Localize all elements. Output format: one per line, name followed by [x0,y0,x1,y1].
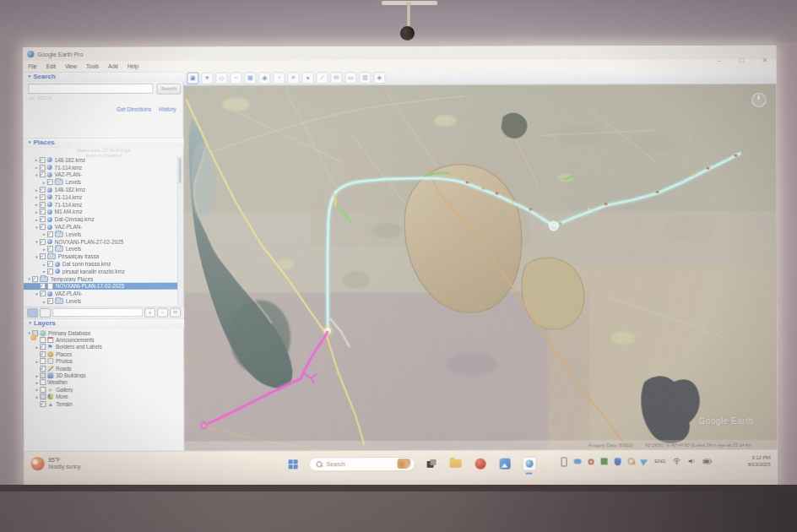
search-panel-header[interactable]: ▼Search [23,72,183,82]
language-indicator[interactable]: ENG [655,459,666,464]
browser-button[interactable] [472,455,489,472]
taskbar-search[interactable]: Search [309,456,415,470]
menu-tools[interactable]: Tools [86,63,99,69]
checkbox[interactable] [40,290,46,296]
checkbox[interactable] [47,247,53,252]
expand-arrow-icon[interactable]: ▸ [41,180,47,185]
compass-icon[interactable] [751,93,766,107]
expand-arrow-icon[interactable]: ▸ [34,217,40,222]
save-image-icon[interactable]: ▥ [359,72,371,84]
layers-panel-header[interactable]: ▼Layers [24,318,184,328]
task-view-button[interactable] [423,455,440,472]
checkbox[interactable] [40,387,46,393]
checkbox[interactable] [47,231,53,237]
email-icon[interactable]: ✉ [330,72,342,84]
checkbox[interactable] [40,345,46,350]
expand-arrow-icon[interactable]: ▾ [34,254,40,259]
expand-arrow-icon[interactable]: ▾ [26,276,32,281]
checkbox[interactable] [40,172,46,178]
places-item[interactable]: ▸Levels [24,297,179,305]
telegram-icon[interactable] [642,457,648,465]
menu-edit[interactable]: Edit [46,63,56,69]
places-filter-input[interactable] [52,308,143,317]
expand-arrow-icon[interactable]: ▸ [34,345,40,350]
battery-icon[interactable] [703,457,713,465]
checkbox[interactable] [40,202,46,208]
add-polygon-icon[interactable]: ◇ [215,73,227,84]
circle-app-icon[interactable] [588,457,594,465]
checkbox[interactable] [40,351,46,357]
sunlight-icon[interactable]: ☀ [287,72,299,84]
expand-arrow-icon[interactable]: ▸ [34,187,40,193]
start-button[interactable] [285,455,301,472]
menu-help[interactable]: Help [127,63,138,69]
checkbox[interactable] [47,269,53,274]
search-input[interactable] [28,84,153,94]
headset-icon[interactable] [628,457,635,465]
record-tour-icon[interactable]: ◉ [258,72,270,84]
places-panel-header[interactable]: ▼Places [24,138,184,148]
expand-arrow-icon[interactable]: ▸ [41,231,47,236]
checkbox[interactable] [40,187,46,193]
expand-arrow-icon[interactable]: ▸ [34,387,40,392]
minimize-button[interactable]: – [717,57,720,65]
checkbox[interactable] [40,157,46,163]
expand-arrow-icon[interactable]: ▸ [41,269,47,274]
zoom-out-button[interactable]: − [157,307,168,317]
menu-add[interactable]: Add [108,63,118,69]
expand-arrow-icon[interactable]: ▸ [41,299,47,304]
checkbox[interactable] [32,276,38,282]
maximize-button[interactable]: □ [740,57,744,65]
google-earth-button[interactable] [521,455,538,472]
menu-view[interactable]: View [65,63,77,69]
zoom-in-button[interactable]: + [144,307,155,317]
volume-icon[interactable] [688,457,697,465]
expand-arrow-icon[interactable]: ▸ [34,380,40,385]
checkbox[interactable] [40,380,46,386]
map-canvas[interactable]: Google Earth Imagery Date: 8/2023 40°26'… [183,84,777,451]
checkbox[interactable] [40,394,46,399]
expand-arrow-icon[interactable]: ▾ [34,239,40,244]
expand-arrow-icon[interactable]: ▸ [34,158,40,163]
expand-arrow-icon[interactable]: ▾ [34,291,40,296]
checkbox[interactable] [47,261,53,267]
close-button[interactable]: ✕ [762,57,768,65]
print-icon[interactable]: ▭ [344,72,356,84]
checkbox[interactable] [40,253,46,259]
switch-planet-icon[interactable]: ● [301,72,313,84]
menu-file[interactable]: File [28,63,37,69]
expand-arrow-icon[interactable]: ▸ [34,394,40,399]
add-placemark-icon[interactable]: ▼ [201,73,213,84]
expand-arrow-icon[interactable]: ▸ [34,194,40,199]
checkbox[interactable] [40,216,46,222]
wifi-icon[interactable] [673,457,681,465]
places-view-button[interactable] [27,308,38,318]
checkbox[interactable] [40,209,46,215]
expand-arrow-icon[interactable]: ▾ [34,225,40,230]
historical-imagery-icon[interactable]: ◔ [273,72,285,84]
checkbox[interactable] [40,224,46,230]
layers-item[interactable]: ▲Terrain [24,400,184,408]
taskbar-clock[interactable]: 3:12 PM 8/13/2025 [748,454,771,468]
blue-app-icon[interactable] [574,457,582,465]
expand-arrow-icon[interactable]: ▸ [34,202,40,207]
file-explorer-button[interactable] [447,455,464,472]
places-scrollbar[interactable] [177,156,183,306]
expand-arrow-icon[interactable]: ▸ [34,209,40,214]
checkbox[interactable] [40,284,46,290]
view-in-maps-icon[interactable]: ◈ [373,72,385,84]
checkbox[interactable] [40,401,46,407]
checkbox[interactable] [47,298,53,304]
history-link[interactable]: History [159,106,176,112]
checkbox[interactable] [40,239,46,245]
expand-arrow-icon[interactable]: ▸ [34,373,40,378]
taskbar-weather-widget[interactable]: 85°F Mostly sunny [31,457,81,470]
get-directions-link[interactable]: Get Directions [117,106,151,112]
expand-arrow-icon[interactable]: ▸ [34,359,40,364]
checkbox[interactable] [47,179,53,185]
add-path-icon[interactable]: ~ [230,72,241,84]
checkbox[interactable] [40,366,46,372]
search-button[interactable]: Search [156,84,181,95]
checkbox[interactable] [40,337,46,343]
places-slider-button[interactable] [40,308,51,318]
